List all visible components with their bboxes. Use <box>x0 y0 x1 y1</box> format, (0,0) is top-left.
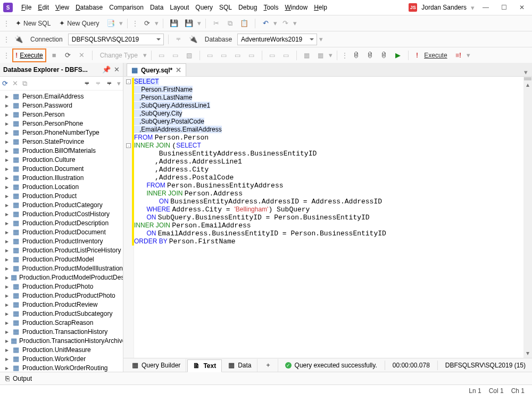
split-handle-icon[interactable] <box>524 77 531 80</box>
delete-icon[interactable]: ✕ <box>12 80 18 87</box>
save-button[interactable]: 💾 <box>168 18 180 29</box>
db-icon[interactable]: 🛢 <box>364 50 376 61</box>
tb-icon[interactable]: ▭ <box>267 50 278 61</box>
expand-arrow-icon[interactable]: ▸ <box>5 192 11 200</box>
chevron-down-icon[interactable]: ▾ <box>155 20 159 27</box>
expand-arrow-icon[interactable]: ▸ <box>5 328 11 336</box>
menu-view[interactable]: View <box>52 2 72 13</box>
tree-item[interactable]: ▸▦Production.ProductReview <box>0 300 123 309</box>
expand-arrow-icon[interactable]: ▸ <box>5 111 11 118</box>
expand-arrow-icon[interactable]: ▸ <box>5 147 11 154</box>
run-button[interactable]: ▶ <box>392 50 404 61</box>
filter-icon[interactable]: ⫧ <box>95 80 102 87</box>
copy-button[interactable]: ⧉ <box>224 18 236 29</box>
expand-arrow-icon[interactable]: ▸ <box>5 201 11 209</box>
tb-icon[interactable]: ▦ <box>315 50 327 61</box>
tb-icon[interactable]: ▭ <box>232 50 244 61</box>
fold-icon[interactable]: - <box>126 143 131 148</box>
expand-arrow-icon[interactable]: ▸ <box>5 219 11 227</box>
menu-edit[interactable]: Edit <box>35 2 52 13</box>
database-tree[interactable]: ▸▦Person.EmailAddress▸▦Person.Password▸▦… <box>0 91 123 372</box>
tree-item[interactable]: ▸▦Production.ProductInventory <box>0 236 123 246</box>
tb-icon[interactable]: ▭ <box>170 50 181 61</box>
expand-arrow-icon[interactable]: ▸ <box>5 102 11 109</box>
tree-item[interactable]: ▸▦Production.ProductPhoto <box>0 282 123 291</box>
refresh-query-button[interactable]: ⟳ <box>62 50 74 61</box>
connection-icon[interactable]: 🔌 <box>12 34 25 45</box>
expand-arrow-icon[interactable]: ▸ <box>5 183 11 191</box>
tree-item[interactable]: ▸▦Production.Illustration <box>0 173 123 182</box>
connection-dropdown[interactable]: DBFSQLSRV\SQL2019 <box>68 34 164 45</box>
tb-icon[interactable]: ▭ <box>204 50 216 61</box>
expand-arrow-icon[interactable]: ▸ <box>5 319 11 326</box>
paste-button[interactable]: 📋 <box>238 18 251 29</box>
expand-arrow-icon[interactable]: ▸ <box>5 364 11 372</box>
chevron-down-icon[interactable]: ▾ <box>329 52 332 59</box>
tree-item[interactable]: ▸▦Production.Document <box>0 164 123 173</box>
stop-button[interactable]: ■ <box>48 50 60 61</box>
expand-arrow-icon[interactable]: ▸ <box>5 120 11 127</box>
expand-arrow-icon[interactable]: ▸ <box>5 283 11 290</box>
output-label[interactable]: Output <box>13 375 32 382</box>
save-all-button[interactable]: 💾 <box>182 18 195 29</box>
menu-debug[interactable]: Debug <box>235 2 260 13</box>
tree-item[interactable]: ▸▦Production.ProductListPriceHistory <box>0 246 123 255</box>
tree-item[interactable]: ▸▦Production.ProductModelIllustration <box>0 264 123 273</box>
tb-icon[interactable]: ▭ <box>156 50 168 61</box>
tree-item[interactable]: ▸▦Person.PhoneNumberType <box>0 128 123 137</box>
tree-item[interactable]: ▸▦Production.Location <box>0 182 123 191</box>
expand-arrow-icon[interactable]: ▸ <box>5 129 11 136</box>
code-editor[interactable]: SELECT Person.FirstName ,Person.LastName… <box>123 77 532 358</box>
menu-query[interactable]: Query <box>192 2 216 13</box>
database-dropdown[interactable]: AdventureWorks2019 <box>237 34 317 45</box>
filter-icon[interactable]: ⫧ <box>84 80 90 87</box>
chevron-down-icon[interactable]: ▾ <box>293 20 297 27</box>
tree-item[interactable]: ▸▦Production.Product <box>0 191 123 200</box>
tree-item[interactable]: ▸▦Production.ProductModel <box>0 255 123 264</box>
filter-icon[interactable]: ⫧ <box>173 34 185 45</box>
expand-arrow-icon[interactable]: ▸ <box>5 292 11 299</box>
refresh-button[interactable]: ⟳ <box>141 18 153 29</box>
menu-tools[interactable]: Tools <box>260 2 281 13</box>
close-panel-icon[interactable]: ✕ <box>114 66 120 73</box>
redo-button[interactable]: ↷ <box>279 18 291 29</box>
filter-icon[interactable]: ⫧ <box>106 80 113 87</box>
tree-item[interactable]: ▸▦Production.TransactionHistory <box>0 327 123 336</box>
tree-item[interactable]: ▸▦Production.Culture <box>0 155 123 164</box>
tree-item[interactable]: ▸▦Person.PersonPhone <box>0 119 123 128</box>
tab-text[interactable]: 🗎Text <box>187 359 222 372</box>
pin-icon[interactable]: 📌 <box>102 66 111 73</box>
expand-arrow-icon[interactable]: ▸ <box>5 93 11 100</box>
execute-button-2[interactable]: ! Execute <box>413 50 451 61</box>
menu-window[interactable]: Window <box>281 2 311 13</box>
expand-arrow-icon[interactable]: ▸ <box>5 265 11 272</box>
close-tab-icon[interactable]: ✕ <box>176 67 181 73</box>
tree-item[interactable]: ▸▦Production.ProductModelProductDescript… <box>0 273 123 282</box>
chevron-down-icon[interactable]: ▾ <box>197 20 201 27</box>
change-type-label[interactable]: Change Type <box>97 52 141 59</box>
expand-arrow-icon[interactable]: ▸ <box>5 174 11 182</box>
chevron-down-icon[interactable]: ▾ <box>467 52 470 59</box>
expand-arrow-icon[interactable]: ▸ <box>5 346 11 354</box>
tree-item[interactable]: ▸▦Person.EmailAddress <box>0 92 123 101</box>
tb-icon[interactable]: ▭ <box>218 50 230 61</box>
expand-arrow-icon[interactable]: ▸ <box>5 355 11 363</box>
expand-arrow-icon[interactable]: ▸ <box>5 247 11 254</box>
menu-sql[interactable]: SQL <box>216 2 235 13</box>
user-name[interactable]: Jordan Sanders <box>421 4 467 11</box>
chevron-down-icon[interactable]: ▾ <box>273 20 277 27</box>
refresh-tree-icon[interactable]: ⟳ <box>2 80 8 87</box>
tab-data[interactable]: ▦Data <box>223 359 257 372</box>
window-close-button[interactable]: ✕ <box>515 2 529 13</box>
expand-arrow-icon[interactable]: ▸ <box>5 238 11 245</box>
tree-item[interactable]: ▸▦Production.ProductCostHistory <box>0 209 123 218</box>
new-sql-button[interactable]: ✦New SQL <box>12 18 54 29</box>
chevron-down-icon[interactable]: ▾ <box>143 52 147 59</box>
menu-database[interactable]: Database <box>72 2 106 13</box>
tree-item[interactable]: ▸▦Person.Password <box>0 101 123 110</box>
execute-button-highlighted[interactable]: ! Execute <box>12 48 46 62</box>
chevron-down-icon[interactable]: ▾ <box>471 4 475 11</box>
tree-item[interactable]: ▸▦Production.ProductProductPhoto <box>0 291 123 300</box>
tree-item[interactable]: ▸▦Production.TransactionHistoryArchive <box>0 336 123 345</box>
expand-arrow-icon[interactable]: ▸ <box>5 156 11 163</box>
